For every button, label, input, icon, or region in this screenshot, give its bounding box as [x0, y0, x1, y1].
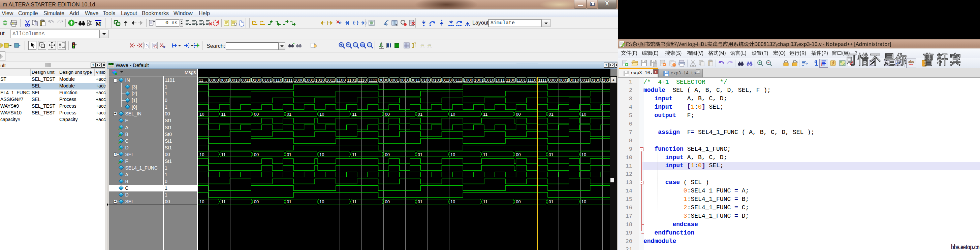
svg-text:1101: 1101 — [517, 78, 526, 83]
svg-text:0001: 0001 — [220, 78, 229, 83]
svg-text:0110: 0110 — [273, 78, 282, 83]
svg-text:00: 00 — [254, 199, 259, 204]
svg-text:1001: 1001 — [474, 78, 484, 83]
svg-text:1100: 1100 — [506, 78, 515, 83]
svg-text:01: 01 — [418, 152, 422, 157]
svg-text:0000: 0000 — [209, 78, 219, 83]
svg-text:00: 00 — [254, 152, 259, 157]
svg-text:10: 10 — [581, 199, 586, 204]
svg-text:0010: 0010 — [400, 78, 410, 83]
svg-text:01: 01 — [418, 199, 422, 204]
svg-text:00: 00 — [385, 152, 390, 157]
svg-text:01: 01 — [287, 112, 291, 117]
svg-text:0101: 0101 — [262, 78, 272, 83]
svg-text:10: 10 — [199, 152, 204, 157]
svg-text:11: 11 — [352, 199, 357, 204]
svg-text:0101: 0101 — [601, 78, 610, 83]
svg-text:01: 01 — [418, 112, 422, 117]
svg-text:1111: 1111 — [369, 78, 377, 83]
svg-text:11: 11 — [352, 112, 357, 117]
svg-text:01: 01 — [549, 112, 554, 117]
svg-text:10: 10 — [199, 112, 204, 117]
svg-text:10: 10 — [450, 112, 455, 117]
svg-text:11: 11 — [483, 152, 488, 157]
svg-text:00: 00 — [516, 152, 520, 157]
svg-text:1110: 1110 — [527, 78, 536, 83]
svg-text:1011: 1011 — [495, 78, 505, 83]
svg-text:01: 01 — [549, 152, 554, 157]
svg-text:11: 11 — [483, 112, 488, 117]
svg-text:0011: 0011 — [241, 78, 251, 83]
svg-text:ab: ab — [748, 63, 751, 66]
svg-text:10: 10 — [319, 112, 324, 117]
svg-text:10: 10 — [319, 152, 324, 157]
svg-text:01: 01 — [287, 199, 291, 204]
svg-text:0100: 0100 — [590, 78, 600, 83]
svg-text:11: 11 — [221, 152, 226, 157]
svg-text:1001: 1001 — [305, 78, 314, 83]
svg-text:00: 00 — [385, 112, 390, 117]
svg-text:10: 10 — [319, 199, 324, 204]
svg-text:0110: 0110 — [442, 78, 452, 83]
svg-text:11: 11 — [352, 152, 357, 157]
svg-text:1110: 1110 — [358, 78, 367, 83]
svg-text:10: 10 — [581, 112, 586, 117]
svg-text:0111: 0111 — [284, 78, 293, 83]
svg-text:1010: 1010 — [315, 78, 325, 83]
svg-text:0001: 0001 — [389, 78, 399, 83]
svg-text:01: 01 — [549, 199, 554, 204]
svg-text:00: 00 — [385, 199, 390, 204]
svg-text:10: 10 — [199, 199, 204, 204]
svg-text:11...: 11... — [199, 78, 207, 83]
svg-text:01: 01 — [287, 152, 291, 157]
svg-text:0101: 0101 — [431, 78, 441, 83]
svg-text:0010: 0010 — [570, 78, 579, 83]
svg-text:11: 11 — [483, 199, 488, 204]
svg-text:10: 10 — [450, 199, 455, 204]
svg-text:00: 00 — [254, 112, 259, 117]
svg-text:1111: 1111 — [538, 78, 547, 83]
svg-text:00: 00 — [516, 199, 520, 204]
svg-text:1000: 1000 — [463, 78, 473, 83]
svg-text:00: 00 — [516, 112, 520, 117]
svg-text:0011: 0011 — [580, 78, 590, 83]
svg-text:0100: 0100 — [251, 78, 261, 83]
svg-text:1000: 1000 — [294, 78, 304, 83]
svg-text:0000: 0000 — [379, 78, 388, 83]
svg-text:10: 10 — [450, 152, 455, 157]
svg-text:0001: 0001 — [559, 78, 569, 83]
svg-text:11: 11 — [221, 112, 226, 117]
svg-text:1101: 1101 — [347, 78, 356, 83]
svg-text:0011: 0011 — [410, 78, 420, 83]
svg-text:0100: 0100 — [421, 78, 431, 83]
svg-text:0000: 0000 — [548, 78, 558, 83]
svg-text:M: M — [95, 21, 101, 27]
svg-text:1010: 1010 — [484, 78, 494, 83]
svg-text:11: 11 — [221, 199, 226, 204]
svg-text:?: ? — [146, 44, 148, 48]
svg-text:10: 10 — [581, 152, 586, 157]
svg-text:1011: 1011 — [326, 78, 335, 83]
svg-text:0111: 0111 — [453, 78, 462, 83]
svg-text:0010: 0010 — [231, 78, 240, 83]
svg-text:1100: 1100 — [337, 78, 346, 83]
